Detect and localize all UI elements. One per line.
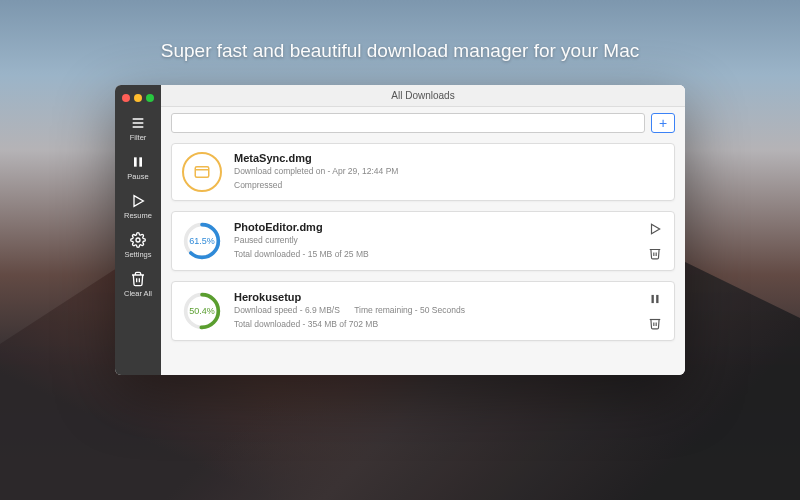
url-input[interactable] bbox=[171, 113, 645, 133]
pause-icon bbox=[130, 154, 146, 170]
pause-icon bbox=[648, 292, 662, 306]
download-item[interactable]: 50.4% Herokusetup Download speed - 6.9 M… bbox=[171, 281, 675, 341]
add-download-button[interactable]: + bbox=[651, 113, 675, 133]
filter-button[interactable]: Filter bbox=[115, 110, 161, 149]
resume-button[interactable]: Resume bbox=[115, 188, 161, 227]
zoom-window-icon[interactable] bbox=[146, 94, 154, 102]
delete-item-button[interactable] bbox=[646, 314, 664, 332]
trash-icon bbox=[130, 271, 146, 287]
gear-icon bbox=[130, 232, 146, 248]
time-remaining: Time remaining - 50 Seconds bbox=[354, 305, 465, 315]
pause-button[interactable]: Pause bbox=[115, 149, 161, 188]
settings-button[interactable]: Settings bbox=[115, 227, 161, 266]
progress-ring: 50.4% bbox=[182, 291, 222, 331]
file-name: Herokusetup bbox=[234, 291, 646, 303]
main-panel: All Downloads + MetaSync.dmg Download co… bbox=[161, 85, 685, 375]
sidebar: Filter Pause Resume Settings Clear All bbox=[115, 85, 161, 375]
toolbar: + bbox=[161, 107, 685, 139]
play-icon bbox=[130, 193, 146, 209]
trash-icon bbox=[648, 316, 662, 330]
progress-percent: 61.5% bbox=[182, 221, 222, 261]
download-list: MetaSync.dmg Download completed on - Apr… bbox=[161, 139, 685, 351]
close-window-icon[interactable] bbox=[122, 94, 130, 102]
svg-rect-14 bbox=[656, 295, 658, 303]
clear-all-label: Clear All bbox=[124, 289, 152, 298]
svg-rect-13 bbox=[652, 295, 654, 303]
filter-icon bbox=[130, 115, 146, 131]
filter-label: Filter bbox=[130, 133, 147, 142]
download-item[interactable]: 61.5% PhotoEditor.dmg Paused currently T… bbox=[171, 211, 675, 271]
svg-marker-10 bbox=[652, 224, 660, 233]
window-title: All Downloads bbox=[161, 85, 685, 107]
status-text: Download completed on - Apr 29, 12:44 PM bbox=[234, 166, 664, 178]
subline-text: Total downloaded - 354 MB of 702 MB bbox=[234, 319, 646, 331]
progress-ring: 61.5% bbox=[182, 221, 222, 261]
pause-item-button[interactable] bbox=[646, 290, 664, 308]
download-item[interactable]: MetaSync.dmg Download completed on - Apr… bbox=[171, 143, 675, 201]
status-text: Paused currently bbox=[234, 235, 646, 247]
file-name: PhotoEditor.dmg bbox=[234, 221, 646, 233]
pause-label: Pause bbox=[127, 172, 148, 181]
settings-label: Settings bbox=[124, 250, 151, 259]
resume-label: Resume bbox=[124, 211, 152, 220]
app-window: Filter Pause Resume Settings Clear All A… bbox=[115, 85, 685, 375]
resume-item-button[interactable] bbox=[646, 220, 664, 238]
subline-text: Compressed bbox=[234, 180, 664, 192]
clear-all-button[interactable]: Clear All bbox=[115, 266, 161, 305]
svg-marker-5 bbox=[134, 196, 143, 207]
minimize-window-icon[interactable] bbox=[134, 94, 142, 102]
file-type-icon bbox=[182, 152, 222, 192]
trash-icon bbox=[648, 246, 662, 260]
progress-percent: 50.4% bbox=[182, 291, 222, 331]
play-icon bbox=[648, 222, 662, 236]
svg-rect-4 bbox=[139, 157, 142, 166]
status-text: Download speed - 6.9 MB/S bbox=[234, 305, 340, 315]
delete-item-button[interactable] bbox=[646, 244, 664, 262]
svg-rect-3 bbox=[134, 157, 137, 166]
file-name: MetaSync.dmg bbox=[234, 152, 664, 164]
hero-tagline: Super fast and beautiful download manage… bbox=[0, 40, 800, 62]
svg-rect-7 bbox=[195, 167, 209, 178]
svg-point-6 bbox=[136, 238, 140, 242]
window-controls[interactable] bbox=[115, 89, 154, 110]
subline-text: Total downloaded - 15 MB of 25 MB bbox=[234, 249, 646, 261]
